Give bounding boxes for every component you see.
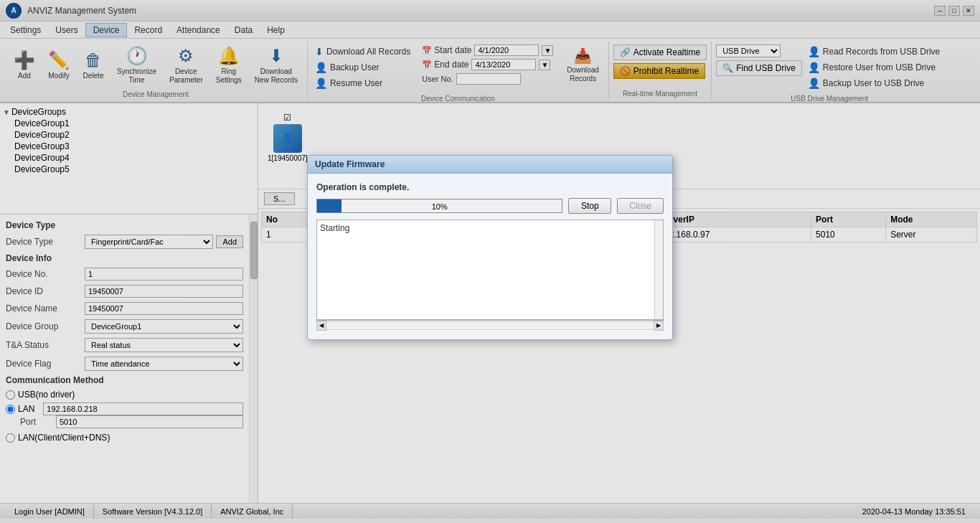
start-date-dropdown[interactable]: ▼ [542, 45, 553, 56]
scroll-left-arrow[interactable]: ◀ [316, 321, 326, 331]
ring-settings-button[interactable]: 🔔 RingSettings [211, 44, 247, 86]
menu-data[interactable]: Data [227, 24, 260, 37]
scroll-right-arrow[interactable]: ▶ [654, 321, 664, 331]
lan-ip-input[interactable] [43, 402, 243, 415]
port-input[interactable] [56, 415, 243, 428]
device-group-select[interactable]: DeviceGroup1 [85, 319, 243, 334]
device-icon: 👤 [282, 133, 293, 143]
tree-group4[interactable]: DeviceGroup4 [3, 152, 255, 164]
backup-user-usb-button[interactable]: 👤 Backup User to USB Drive [805, 76, 943, 90]
start-date-row: 📅 Start date ▼ [422, 44, 553, 56]
device-no-input[interactable] [85, 268, 243, 281]
ribbon: ➕ Add ✏️ Modify 🗑 Delete 🕐 SynchronizeTi… [0, 39, 980, 103]
cell-serverip: 192.168.0.97 [655, 227, 811, 242]
device-name-input[interactable] [85, 302, 243, 315]
download-records-button[interactable]: 📥 DownloadRecords [562, 44, 603, 86]
end-date-dropdown[interactable]: ▼ [539, 60, 550, 70]
device-group-row: Device Group DeviceGroup1 [6, 319, 243, 334]
select-all-button[interactable]: S... [264, 192, 295, 205]
end-date-input[interactable] [471, 59, 536, 70]
modal-title: Update Firmware [315, 159, 385, 169]
device-id-input[interactable] [85, 285, 243, 298]
stop-button[interactable]: Stop [568, 198, 611, 214]
modal-bottom-scroll: ◀ ▶ [316, 320, 664, 331]
menu-help[interactable]: Help [260, 24, 292, 37]
user-no-row: User No. [422, 73, 553, 85]
download-records-label: DownloadRecords [567, 66, 598, 83]
log-scrollbar[interactable] [654, 220, 663, 319]
device-info-section: Device Type Device Type Fingerprint/Card… [0, 215, 249, 503]
menu-users[interactable]: Users [48, 24, 85, 37]
device-type-select[interactable]: Fingerprint/Card/Fac [85, 235, 213, 249]
start-date-label: 📅 Start date [422, 45, 471, 55]
prohibit-realtime-button[interactable]: 🚫 Prohibit Realtime [613, 63, 705, 79]
horizontal-scroll-track[interactable] [326, 321, 654, 330]
lan-client-radio-label: LAN(Client/Client+DNS) [18, 433, 110, 443]
device-id-row: Device ID [6, 285, 243, 298]
ribbon-realtime-items: 🔗 Activate Realtime 🚫 Prohibit Realtime [613, 42, 707, 88]
progress-container: 10% Stop Close [316, 198, 664, 214]
device-info-title: Device Info [6, 253, 243, 263]
backup-user-button[interactable]: 👤 Backup User [312, 60, 413, 75]
device-param-button[interactable]: ⚙ DeviceParameter [164, 44, 208, 86]
status-login: Login User [ADMIN] [6, 504, 94, 519]
modify-button[interactable]: ✏️ Modify [43, 44, 75, 86]
ribbon-group-usb: USB Drive 🔍 Find USB Drive 👤 Read Record… [712, 42, 947, 99]
ta-status-select[interactable]: Real status [85, 338, 243, 352]
lan-radio[interactable] [6, 405, 15, 414]
download-new-button[interactable]: ⬇ DownloadNew Records [250, 44, 303, 86]
device-name-label: Device Name [6, 303, 85, 314]
minimize-button[interactable]: ─ [934, 6, 946, 16]
add-button[interactable]: ➕ Add [9, 44, 40, 86]
menu-device[interactable]: Device [85, 23, 128, 37]
modify-icon: ✏️ [48, 50, 70, 70]
usb-left-section: USB Drive 🔍 Find USB Drive [716, 44, 802, 76]
maximize-button[interactable]: □ [948, 6, 960, 16]
delete-button[interactable]: 🗑 Delete [77, 44, 109, 86]
restore-user-usb-button[interactable]: 👤 Restore User from USB Drive [805, 60, 943, 75]
sync-time-button[interactable]: 🕐 SynchronizeTime [112, 44, 161, 86]
find-usb-button[interactable]: 🔍 Find USB Drive [716, 60, 802, 76]
read-records-usb-button[interactable]: 👤 Read Records from USB Drive [805, 44, 943, 59]
device-no-row: Device No. [6, 268, 243, 281]
close-button-modal[interactable]: Close [617, 198, 664, 214]
delete-label: Delete [83, 72, 104, 80]
tree-group2[interactable]: DeviceGroup2 [3, 129, 255, 141]
ring-settings-icon: 🔔 [218, 46, 240, 66]
usb-radio-label: USB(no driver) [18, 390, 75, 400]
ribbon-usb-items: USB Drive 🔍 Find USB Drive 👤 Read Record… [716, 42, 943, 93]
title-bar: A ANVIZ Management System ─ □ ✕ [0, 0, 980, 22]
usb-drive-select[interactable]: USB Drive [716, 44, 781, 57]
cell-mode: Server [886, 227, 977, 242]
menu-record[interactable]: Record [127, 24, 169, 37]
backup-user-icon: 👤 [315, 62, 327, 73]
start-date-input[interactable] [474, 44, 539, 56]
device-flag-row: Device Flag Time attendance [6, 357, 243, 371]
close-button[interactable]: ✕ [963, 6, 974, 16]
menu-attendance[interactable]: Attendance [169, 24, 227, 37]
lan-client-radio[interactable] [6, 433, 15, 443]
usb-radio[interactable] [6, 390, 15, 400]
user-no-input[interactable] [456, 73, 521, 85]
lan-client-radio-item: LAN(Client/Client+DNS) [6, 433, 243, 443]
activate-icon: 🔗 [620, 47, 631, 57]
progress-label: 10% [317, 199, 562, 213]
tree-root[interactable]: ▼ DeviceGroups [3, 106, 255, 118]
menu-settings[interactable]: Settings [3, 24, 48, 37]
resume-user-button[interactable]: 👤 Resume User [312, 76, 413, 90]
device-flag-select[interactable]: Time attendance [85, 357, 243, 371]
ribbon-group-device-communication: ⬇ Download All Records 👤 Backup User 👤 R… [308, 42, 609, 99]
prohibit-icon: 🚫 [620, 66, 631, 76]
tree-group3[interactable]: DeviceGroup3 [3, 141, 255, 152]
backup-user-usb-label: Backup User to USB Drive [823, 78, 924, 88]
tree-group1[interactable]: DeviceGroup1 [3, 118, 255, 129]
device-id-label: Device ID [6, 286, 85, 296]
activate-realtime-button[interactable]: 🔗 Activate Realtime [613, 44, 707, 60]
device-icon-item[interactable]: ☑ 👤 1[19450007] [264, 109, 311, 166]
add-device-type-button[interactable]: Add [216, 235, 243, 248]
tree-group5[interactable]: DeviceGroup5 [3, 164, 255, 175]
left-panel-scrollbar[interactable] [249, 215, 258, 503]
status-bar: Login User [ADMIN] Software Version [V4.… [0, 503, 980, 519]
download-all-button[interactable]: ⬇ Download All Records [312, 44, 413, 59]
device-checkbox[interactable]: ☑ [283, 113, 291, 123]
